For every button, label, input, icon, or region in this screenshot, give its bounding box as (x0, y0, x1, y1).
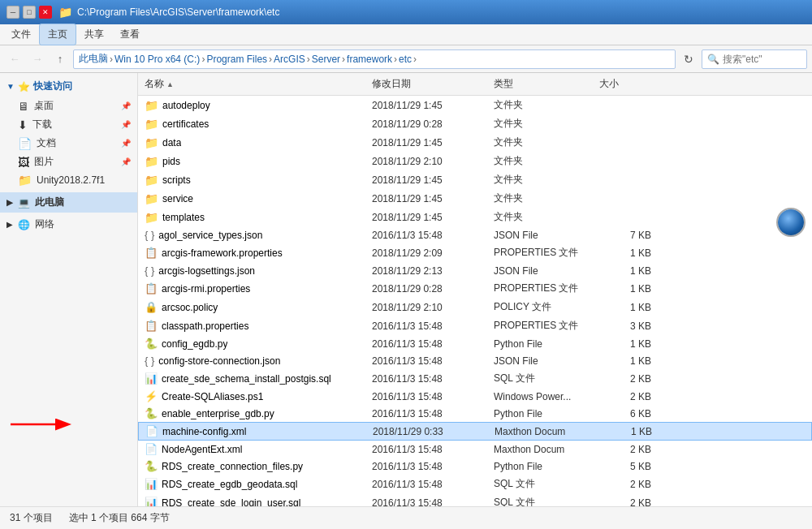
table-row[interactable]: { } arcgis-logsettings.json 2018/11/29 2… (138, 262, 812, 279)
file-type-cell: SQL 文件 (487, 370, 593, 387)
table-row[interactable]: 📁 autodeploy 2018/11/29 1:45 文件夹 (138, 96, 812, 114)
address-bar: ← → ↑ 此电脑 › Win 10 Pro x64 (C:) › Progra… (0, 45, 812, 73)
forward-button[interactable]: → (28, 49, 47, 69)
file-name: RDS_create_sde_login_user.sql (162, 497, 300, 507)
file-date-cell: 2018/11/29 0:28 (365, 282, 487, 296)
file-name-cell: 📊 RDS_create_egdb_geodata.sql (138, 476, 365, 492)
table-row[interactable]: 📊 RDS_create_sde_login_user.sql 2016/11/… (138, 493, 812, 506)
sidebar-item-unity[interactable]: 📁 Unity2018.2.7f1 (0, 171, 137, 189)
col-header-size[interactable]: 大小 (593, 75, 658, 93)
properties-icon: 📋 (145, 247, 158, 259)
sidebar-item-documents[interactable]: 📄 文档 📌 (0, 134, 137, 153)
chevron-right-icon-net: ▶ (6, 220, 13, 229)
table-row[interactable]: 📁 certificates 2018/11/29 0:28 文件夹 (138, 114, 812, 133)
table-row[interactable]: 🔒 arcsoc.policy 2018/11/29 2:10 POLICY 文… (138, 298, 812, 316)
menu-home[interactable]: 主页 (39, 24, 76, 45)
path-this-pc[interactable]: 此电脑 (79, 52, 108, 66)
table-row[interactable]: 📁 service 2018/11/29 1:45 文件夹 (138, 189, 812, 208)
col-header-name[interactable]: 名称 ▲ (138, 75, 365, 93)
file-size-cell (593, 216, 658, 219)
sql-icon: 📊 (145, 478, 158, 490)
properties-icon: 📋 (145, 320, 158, 332)
sidebar-item-pictures[interactable]: 🖼 图片 📌 (0, 153, 137, 171)
file-name-cell: ⚡ Create-SQLAliases.ps1 (138, 389, 365, 404)
table-row[interactable]: 📄 machine-config.xml 2018/11/29 0:33 Max… (138, 422, 812, 441)
xml-icon: 📄 (145, 443, 158, 455)
file-type-cell: SQL 文件 (487, 475, 593, 492)
table-row[interactable]: 📊 RDS_create_egdb_geodata.sql 2016/11/3 … (138, 475, 812, 493)
menu-share[interactable]: 共享 (76, 24, 112, 45)
table-row[interactable]: ⚡ Create-SQLAliases.ps1 2016/11/3 15:48 … (138, 388, 812, 405)
quick-access-header[interactable]: ▼ ⭐ 快速访问 (0, 76, 137, 97)
table-row[interactable]: 📊 create_sde_schema_install_postgis.sql … (138, 369, 812, 388)
file-area: 名称 ▲ 修改日期 类型 大小 📁 autodeploy 2018/11/29 … (138, 73, 812, 506)
table-row[interactable]: 📄 NodeAgentExt.xml 2016/11/3 15:48 Maxth… (138, 441, 812, 458)
file-type-cell: Python File (487, 337, 593, 351)
file-size-cell (593, 123, 658, 126)
table-row[interactable]: 📋 classpath.properties 2016/11/3 15:48 P… (138, 316, 812, 335)
path-etc[interactable]: etc (399, 54, 412, 65)
file-name: arcgis-logsettings.json (158, 265, 255, 277)
file-type-cell: SQL 文件 (487, 494, 593, 506)
file-date-cell: 2016/11/3 15:48 (365, 389, 487, 404)
table-row[interactable]: 📋 arcgis-framework.properties 2018/11/29… (138, 243, 812, 262)
file-type-cell: JSON File (487, 228, 593, 243)
path-program-files[interactable]: Program Files (206, 54, 267, 65)
table-row[interactable]: 📁 scripts 2018/11/29 1:45 文件夹 (138, 170, 812, 189)
file-list[interactable]: 📁 autodeploy 2018/11/29 1:45 文件夹 📁 certi… (138, 96, 812, 506)
sidebar-item-desktop[interactable]: 🖥 桌面 📌 (0, 97, 137, 115)
title-bar-controls[interactable]: ─ □ ✕ (6, 6, 52, 19)
path-server[interactable]: Server (312, 54, 340, 65)
path-arcgis[interactable]: ArcGIS (274, 54, 305, 65)
refresh-button[interactable]: ↻ (679, 49, 698, 69)
python-icon: 🐍 (145, 338, 158, 350)
col-header-date[interactable]: 修改日期 (365, 75, 487, 93)
file-type-cell: PROPERTIES 文件 (487, 317, 593, 334)
desktop-icon: 🖥 (18, 100, 29, 113)
table-row[interactable]: 📁 templates 2018/11/29 1:45 文件夹 (138, 208, 812, 226)
item-count: 31 个项目 (10, 511, 53, 525)
file-size-cell: 1 KB (594, 424, 659, 439)
sidebar-item-downloads[interactable]: ⬇ 下载 📌 (0, 115, 137, 134)
table-row[interactable]: 📁 data 2018/11/29 1:45 文件夹 (138, 133, 812, 152)
sidebar: ▼ ⭐ 快速访问 🖥 桌面 📌 ⬇ 下载 📌 📄 文档 📌 🖼 图片 (0, 73, 138, 506)
table-row[interactable]: { } config-store-connection.json 2016/11… (138, 352, 812, 369)
table-row[interactable]: 📁 pids 2018/11/29 2:10 文件夹 (138, 152, 812, 170)
col-header-type[interactable]: 类型 (487, 75, 593, 93)
menu-view[interactable]: 查看 (112, 24, 148, 45)
file-size-cell: 1 KB (593, 282, 658, 296)
minimize-button[interactable]: ─ (6, 6, 19, 19)
path-framework[interactable]: framework (347, 54, 392, 65)
file-date-cell: 2016/11/3 15:48 (365, 372, 487, 386)
file-name-cell: 📋 arcgis-rmi.properties (138, 281, 365, 296)
sidebar-item-this-pc[interactable]: ▶ 💻 此电脑 (0, 192, 137, 213)
table-row[interactable]: 🐍 enable_enterprise_gdb.py 2016/11/3 15:… (138, 405, 812, 422)
table-row[interactable]: 🐍 RDS_create_connection_files.py 2016/11… (138, 458, 812, 475)
up-button[interactable]: ↑ (50, 49, 70, 69)
file-size-cell: 2 KB (593, 477, 658, 492)
file-name: templates (162, 212, 205, 223)
maximize-button[interactable]: □ (23, 6, 36, 19)
json-icon: { } (145, 229, 154, 241)
sidebar-item-network[interactable]: ▶ 🌐 网络 (0, 214, 137, 234)
path-c-drive[interactable]: Win 10 Pro x64 (C:) (114, 54, 200, 65)
search-input[interactable] (723, 54, 804, 65)
table-row[interactable]: 📋 arcgis-rmi.properties 2018/11/29 0:28 … (138, 279, 812, 298)
file-name: classpath.properties (162, 320, 248, 332)
table-row[interactable]: { } agol_service_types.json 2016/11/3 15… (138, 226, 812, 243)
back-button[interactable]: ← (5, 49, 24, 69)
pc-icon: 💻 (18, 197, 30, 209)
file-size-cell: 2 KB (593, 442, 658, 457)
menu-file[interactable]: 文件 (3, 24, 39, 45)
file-name-cell: 📋 classpath.properties (138, 318, 365, 333)
arrow-svg (6, 412, 80, 437)
address-path[interactable]: 此电脑 › Win 10 Pro x64 (C:) › Program File… (73, 49, 676, 69)
table-row[interactable]: 🐍 config_egdb.py 2016/11/3 15:48 Python … (138, 335, 812, 352)
ps1-icon: ⚡ (145, 390, 158, 402)
file-name-cell: 📁 service (138, 191, 365, 207)
file-name: service (162, 193, 193, 204)
search-box[interactable]: 🔍 (702, 49, 807, 69)
close-button[interactable]: ✕ (39, 6, 52, 19)
sql-icon: 📊 (145, 372, 158, 385)
title-bar: ─ □ ✕ 📁 C:\Program Files\ArcGIS\Server\f… (0, 0, 812, 24)
